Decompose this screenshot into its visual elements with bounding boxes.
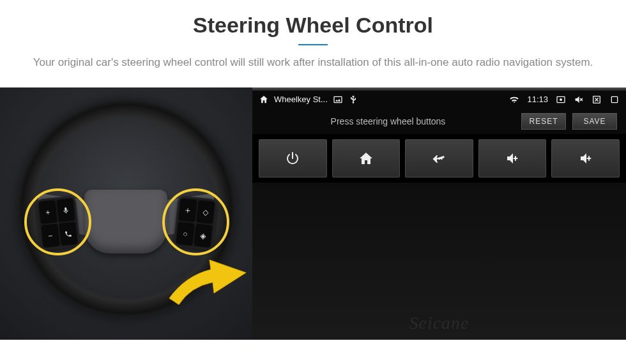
- status-app-area: Wheelkey St...: [259, 95, 504, 105]
- svg-point-3: [560, 98, 562, 100]
- svg-point-0: [187, 209, 188, 211]
- home-icon[interactable]: [259, 95, 269, 105]
- wifi-icon: [509, 95, 519, 105]
- svg-rect-9: [611, 96, 617, 102]
- page-title: Steering Wheel Control: [26, 13, 600, 38]
- stereo-head-unit: Wheelkey St... 11:13: [252, 87, 626, 340]
- wheel-button-cluster-left: + −: [36, 195, 80, 250]
- wheel-hub: [84, 190, 167, 254]
- volume-up-button-1[interactable]: [478, 139, 547, 178]
- wheel-minus-icon: −: [41, 224, 60, 248]
- toolbar-prompt: Press steering wheel buttons: [261, 116, 515, 126]
- page-description: Your original car's steering wheel contr…: [32, 54, 594, 71]
- wheel-nav-up-icon: ◇: [196, 200, 215, 224]
- wheel-voice-icon: [56, 198, 75, 222]
- back-button[interactable]: [405, 139, 473, 178]
- image-icon: [333, 95, 343, 105]
- brand-watermark: Seicane: [252, 313, 626, 333]
- wheel-phone-icon: [59, 222, 78, 246]
- wheel-button-cluster-right: ◇ ○ ◈: [173, 195, 218, 250]
- wheel-mode-icon: [178, 198, 197, 222]
- volume-up-button-2[interactable]: [551, 139, 620, 178]
- main-panel: + − ◇ ○ ◈: [0, 87, 626, 340]
- title-divider: [298, 44, 328, 45]
- wheel-plus-icon: +: [38, 200, 57, 224]
- header-section: Steering Wheel Control Your original car…: [0, 0, 626, 82]
- usb-icon: [348, 95, 358, 105]
- home-button[interactable]: [332, 139, 401, 178]
- power-button[interactable]: [259, 139, 327, 178]
- status-bar: Wheelkey St... 11:13: [252, 91, 626, 109]
- status-app-name: Wheelkey St...: [274, 95, 328, 104]
- function-button-grid: [252, 134, 626, 183]
- steering-wheel-illustration: + − ◇ ○ ◈: [0, 87, 252, 340]
- svg-rect-1: [334, 96, 342, 102]
- toolbar: Press steering wheel buttons RESET SAVE: [252, 109, 626, 134]
- cast-icon[interactable]: [556, 95, 566, 105]
- reset-button[interactable]: RESET: [521, 113, 566, 130]
- status-time: 11:13: [527, 95, 548, 104]
- recent-apps-icon[interactable]: [609, 95, 620, 105]
- mute-icon[interactable]: [574, 95, 584, 105]
- wheel-nav-dot-icon: ◈: [194, 224, 213, 248]
- close-icon[interactable]: [592, 95, 602, 105]
- save-button[interactable]: SAVE: [572, 113, 617, 130]
- wheel-cycle-icon: ○: [176, 222, 195, 246]
- status-right-area: 11:13: [509, 95, 620, 105]
